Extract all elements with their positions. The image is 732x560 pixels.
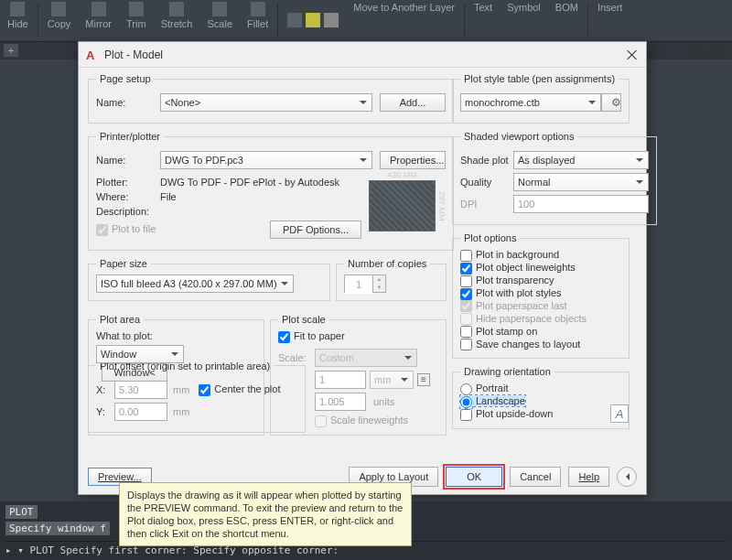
copies-spinner: ▲▼ [344, 275, 386, 293]
copies-group: Number of copies ▲▼ [336, 258, 447, 301]
dialog-title: Plot - Model [104, 48, 626, 61]
page-setup-group: Page setup Name: <None> Add... [88, 73, 454, 124]
plot-with-styles-checkbox[interactable]: Plot with plot styles [460, 287, 562, 298]
cancel-button[interactable]: Cancel [510, 467, 561, 487]
plot-options-group: Plot options Plot in background Plot obj… [452, 232, 630, 359]
orientation-preview-icon [610, 404, 629, 423]
plot-style-edit-button[interactable] [601, 93, 621, 112]
scale-lineweights-checkbox: Scale lineweights [315, 415, 408, 425]
fit-to-paper-checkbox[interactable]: Fit to paper [278, 330, 345, 341]
help-button[interactable]: Help [568, 467, 609, 487]
hide-paperspace-checkbox: Hide paperspace objects [460, 313, 587, 324]
pdf-options-button[interactable]: PDF Options... [270, 221, 361, 239]
block-panel-label: Block ▾ [682, 41, 732, 64]
titlebar: Plot - Model [79, 42, 646, 68]
plot-dialog: Plot - Model Page setup Name: <None> Add… [78, 41, 647, 495]
plot-lineweights-checkbox[interactable]: Plot object lineweights [460, 262, 576, 273]
upside-down-checkbox[interactable]: Plot upside-down [460, 408, 553, 419]
add-tab-button[interactable]: + [4, 44, 18, 57]
paper-size-select[interactable]: ISO full bleed A3 (420.00 x 297.00 MM) [96, 275, 294, 293]
equals-icon [417, 373, 430, 386]
dpi-input [513, 195, 649, 213]
plot-style-select[interactable]: monochrome.ctb [460, 93, 601, 112]
shade-plot-select[interactable]: As displayed [513, 151, 649, 169]
paper-size-group: Paper size ISO full bleed A3 (420.00 x 2… [88, 258, 330, 301]
page-setup-name-select[interactable]: <None> [160, 93, 372, 112]
plot-stamp-checkbox[interactable]: Plot stamp on [460, 326, 537, 337]
save-changes-checkbox[interactable]: Save changes to layout [460, 339, 580, 350]
plot-transparency-checkbox[interactable]: Plot transparency [460, 275, 554, 285]
scale-numerator-input [315, 371, 366, 389]
paper-preview: 420 MM 297 MM [369, 180, 436, 232]
plotter-name-select[interactable]: DWG To PDF.pc3 [160, 151, 372, 169]
orientation-group: Drawing orientation Portrait Landscape P… [452, 366, 630, 429]
landscape-radio[interactable]: Landscape [460, 395, 525, 406]
preview-tooltip: Displays the drawing as it will appear w… [119, 482, 412, 546]
scale-denominator-input [315, 393, 366, 411]
quality-select[interactable]: Normal [513, 173, 649, 191]
offset-y-input [114, 403, 167, 421]
plot-scale-group: Plot scale Fit to paper Scale: Custom mm [270, 314, 447, 436]
what-to-plot-select[interactable]: Window [96, 345, 184, 363]
center-plot-checkbox[interactable]: Center the plot [199, 383, 280, 396]
app-icon [86, 48, 99, 61]
plot-to-file-checkbox: Plot to file [96, 223, 156, 236]
ribbon: Hide Copy Mirror Trim Stretch Scale Fill… [0, 0, 732, 41]
plot-paperspace-checkbox: Plot paperspace last [460, 300, 567, 311]
plotter-properties-button[interactable]: Properties... [380, 151, 446, 169]
plot-style-group: Plot style table (pen assignments) monoc… [452, 73, 630, 124]
portrait-radio[interactable]: Portrait [460, 382, 508, 393]
scale-select: Custom [315, 349, 417, 367]
printer-group: Printer/plotter Name: DWG To PDF.pc3 Pro… [88, 131, 454, 251]
plot-background-checkbox[interactable]: Plot in background [460, 249, 559, 260]
offset-x-input [114, 381, 167, 399]
close-icon[interactable] [626, 48, 639, 61]
collapse-options-button[interactable] [617, 467, 637, 487]
ok-button[interactable]: OK [446, 467, 502, 487]
add-page-setup-button[interactable]: Add... [380, 93, 446, 112]
shaded-viewport-group: Shaded viewport options Shade plotAs dis… [452, 131, 657, 225]
